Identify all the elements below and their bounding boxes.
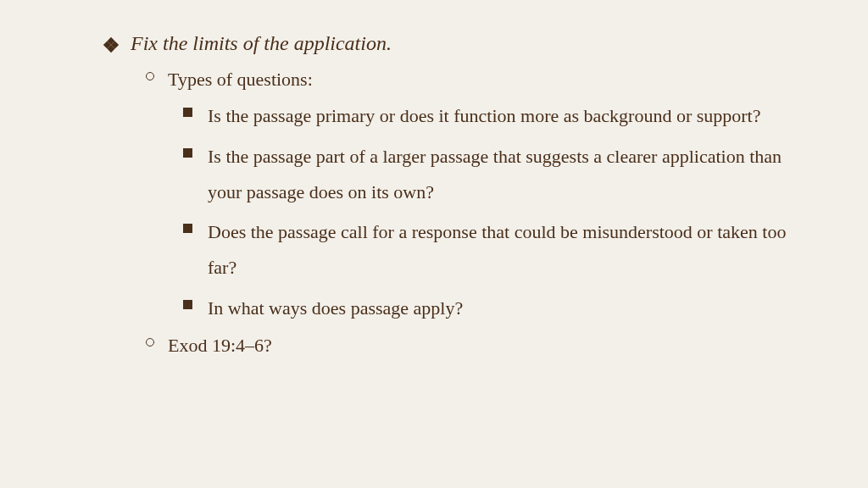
list-item: Types of questions:	[146, 65, 817, 93]
question-text: Does the passage call for a response tha…	[208, 214, 801, 286]
question-text: In what ways does passage apply?	[208, 291, 463, 326]
subpoint-reference: Exod 19:4–6?	[146, 331, 817, 359]
subpoint-types: Types of questions:	[146, 65, 817, 93]
square-bullet-icon	[183, 148, 192, 158]
question-text: Is the passage part of a larger passage …	[208, 139, 801, 210]
square-bullet-icon	[183, 224, 192, 233]
square-bullet-icon	[183, 108, 192, 117]
slide: Fix the limits of the application. Types…	[0, 0, 868, 488]
reference-text: Exod 19:4–6?	[168, 331, 272, 359]
list-item: Is the passage primary or does it functi…	[183, 98, 817, 134]
questions-list: Is the passage primary or does it functi…	[183, 98, 817, 326]
heading-row: Fix the limits of the application.	[102, 32, 817, 55]
circle-bullet-icon	[146, 72, 154, 80]
square-bullet-icon	[183, 300, 192, 309]
circle-bullet-icon	[146, 338, 154, 347]
heading-text: Fix the limits of the application.	[131, 32, 392, 55]
diamond-bullet-icon	[102, 36, 120, 54]
subpoint-label: Types of questions:	[168, 65, 313, 93]
list-item: Is the passage part of a larger passage …	[183, 139, 817, 210]
list-item: In what ways does passage apply?	[183, 291, 817, 326]
list-item: Exod 19:4–6?	[146, 331, 817, 359]
list-item: Does the passage call for a response tha…	[183, 214, 817, 286]
question-text: Is the passage primary or does it functi…	[208, 98, 761, 134]
